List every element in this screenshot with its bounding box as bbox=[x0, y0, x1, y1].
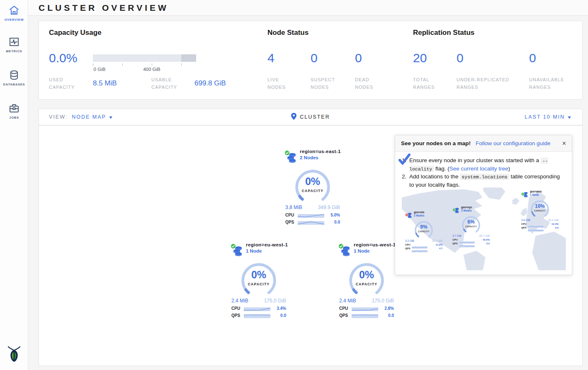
time-range-dropdown[interactable]: LAST 10 MIN▼ bbox=[525, 114, 572, 120]
cockroach-logo[interactable] bbox=[6, 345, 22, 363]
capacity-percent: 0% bbox=[347, 269, 386, 281]
qps-value: 0.0 bbox=[270, 313, 286, 318]
status-warning-icon bbox=[405, 211, 408, 214]
cpu-sparkline bbox=[298, 212, 324, 217]
cpu-value: 2.8% bbox=[378, 306, 394, 311]
status-ok-icon bbox=[452, 206, 456, 209]
capacity-usage-title: Capacity Usage bbox=[49, 29, 102, 37]
node-count: 2 Nodes bbox=[461, 209, 472, 212]
node-card-eu-west-1[interactable]: region=eu-west-1 1 Node 0% CAPACITY 2.4 … bbox=[231, 242, 287, 318]
main-content: CLUSTER OVERVIEW Capacity Usage 0.0% 0 G… bbox=[28, 0, 588, 370]
sidebar-item-jobs[interactable]: JOBS bbox=[0, 103, 28, 119]
titlebar: CLUSTER OVERVIEW bbox=[28, 0, 588, 16]
under-replicated-ranges-value: 0 bbox=[457, 51, 464, 65]
node-count: 2 Nodes bbox=[300, 155, 341, 160]
status-ok-icon bbox=[284, 150, 290, 155]
cpu-label: CPU bbox=[339, 306, 352, 311]
qps-value: 4.7 bbox=[428, 247, 442, 250]
nodes-stack-icon bbox=[340, 246, 351, 256]
cpu-sparkline bbox=[459, 238, 475, 241]
metrics-icon bbox=[9, 37, 19, 47]
node-map-setup-popup: See your nodes on a map! Follow our conf… bbox=[395, 135, 572, 275]
qps-sparkline bbox=[352, 313, 378, 318]
nodes-stack-icon bbox=[522, 192, 528, 197]
node-count: 1 Node bbox=[246, 248, 288, 253]
capacity-percent: 0% bbox=[239, 269, 279, 281]
capacity-label: CAPACITY bbox=[461, 226, 481, 228]
breadcrumb[interactable]: CLUSTER bbox=[300, 114, 330, 120]
total-ranges-label: TOTAL bbox=[413, 77, 429, 82]
configuration-guide-link[interactable]: Follow our configuration guide bbox=[476, 140, 550, 146]
used-value: 3.2 GiB bbox=[405, 239, 414, 242]
capacity-label: CAPACITY bbox=[530, 210, 550, 212]
axis-tick bbox=[122, 63, 123, 66]
region-label: region=us-east-1 bbox=[300, 149, 341, 154]
popup-step-1: 1.Ensure every node in your cluster was … bbox=[409, 156, 566, 173]
cpu-value: 12.3% bbox=[544, 223, 559, 225]
node-card-us-east-1[interactable]: region=us-east-1 2 Nodes 0% CAPACITY 3.8… bbox=[284, 149, 341, 224]
mini-node-card-nyc: geo=nyc 2 Nodes 6% CAPACITY 3.7 GiB 65.7… bbox=[452, 206, 490, 245]
view-selector-dropdown[interactable]: NODE MAP▼ bbox=[72, 114, 114, 120]
dead-nodes-value: 0 bbox=[355, 51, 362, 65]
qps-value: 0.0 bbox=[544, 226, 559, 229]
capacity-bar bbox=[93, 54, 196, 62]
used-capacity-label: USED bbox=[49, 77, 63, 82]
dead-nodes-label: DEAD bbox=[355, 77, 369, 82]
under-replicated-ranges-label: UNDER-REPLICATED bbox=[457, 77, 509, 82]
qps-label: QPS bbox=[521, 226, 528, 229]
capacity-label: CAPACITY bbox=[347, 282, 386, 286]
qps-label: QPS bbox=[339, 313, 352, 318]
close-icon[interactable]: × bbox=[562, 140, 566, 147]
cpu-value: 42.6% bbox=[475, 239, 490, 241]
axis-tick-label: 0 GiB bbox=[94, 67, 106, 72]
node-map-panel: region=us-east-1 2 Nodes 0% CAPACITY 3.8… bbox=[39, 125, 583, 366]
used-value: 3.7 GiB bbox=[452, 234, 462, 237]
status-ok-icon bbox=[231, 243, 236, 248]
sidebar-item-metrics[interactable]: METRICS bbox=[0, 37, 28, 53]
suspect-nodes-value: 0 bbox=[311, 51, 318, 65]
status-ok-icon bbox=[338, 243, 344, 248]
qps-label: QPS bbox=[285, 220, 298, 224]
example-node-map-image: geo=sfo 2 Nodes 9% CAPACITY 3.2 GiB 35.1… bbox=[402, 187, 566, 270]
cpu-value: 5.0% bbox=[324, 213, 340, 217]
location-pin-icon bbox=[291, 113, 296, 121]
nodes-stack-icon bbox=[286, 152, 297, 163]
popup-step-2: 2.Add locations to the system.locations … bbox=[409, 173, 566, 189]
capacity-gauge: 0% CAPACITY bbox=[293, 167, 333, 202]
axis-tick bbox=[181, 63, 182, 66]
cluster-overview-page: OVERVIEW METRICS DATABASES JOBS bbox=[0, 0, 588, 370]
capacity-percent: 9% bbox=[413, 224, 434, 230]
capacity-label: CAPACITY bbox=[413, 231, 434, 233]
node-status-title: Node Status bbox=[267, 29, 309, 37]
qps-sparkline bbox=[244, 313, 270, 318]
view-label: VIEW: bbox=[49, 114, 68, 120]
nodes-stack-icon bbox=[406, 212, 412, 218]
cpu-label: CPU bbox=[521, 223, 528, 225]
sidebar-item-label: METRICS bbox=[0, 49, 28, 53]
mini-node-card-sfo: geo=sfo 2 Nodes 9% CAPACITY 3.2 GiB 35.1… bbox=[405, 211, 442, 250]
view-toolbar: VIEW: NODE MAP▼ CLUSTER LAST 10 MIN▼ bbox=[39, 109, 583, 125]
sidebar-item-databases[interactable]: DATABASES bbox=[0, 70, 28, 86]
capacity-gauge: 0% CAPACITY bbox=[239, 260, 279, 295]
used-value: 3.6 GiB bbox=[521, 219, 530, 222]
usable-capacity-label: USABLE bbox=[151, 77, 172, 82]
qps-sparkline bbox=[412, 247, 428, 250]
sidebar-item-overview[interactable]: OVERVIEW bbox=[0, 5, 28, 22]
cpu-label: CPU bbox=[231, 306, 244, 311]
capacity-gauge: 9% CAPACITY bbox=[413, 220, 434, 238]
cpu-label: CPU bbox=[285, 213, 298, 217]
capacity-percent: 6% bbox=[461, 219, 481, 225]
jobs-icon bbox=[9, 103, 19, 114]
nodes-stack-icon bbox=[232, 246, 243, 256]
qps-label: QPS bbox=[405, 247, 412, 250]
cpu-sparkline bbox=[412, 243, 428, 246]
live-nodes-label: LIVE bbox=[267, 77, 279, 82]
axis-tick bbox=[93, 63, 93, 66]
node-card-us-west-1[interactable]: region=us-west-1 1 Node 0% CAPACITY 2.4 … bbox=[338, 242, 395, 318]
system-locations-code: system.locations bbox=[460, 174, 509, 180]
total-ranges-value: 20 bbox=[413, 51, 427, 65]
locality-tree-link[interactable]: See current locality tree bbox=[450, 166, 508, 172]
cpu-sparkline bbox=[528, 222, 544, 225]
sidebar-item-label: OVERVIEW bbox=[0, 18, 28, 22]
qps-sparkline bbox=[298, 219, 324, 224]
